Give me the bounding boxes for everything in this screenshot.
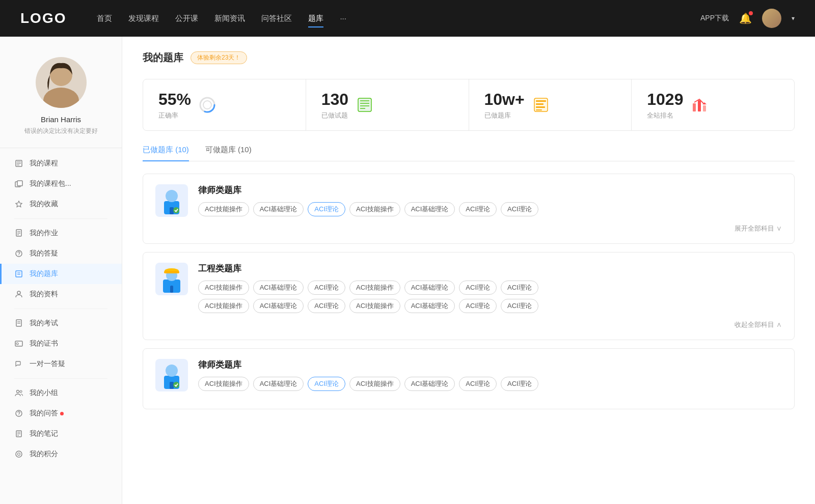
tag-aci-theory-2[interactable]: ACI理论 [459,202,497,216]
sidebar-item-questions[interactable]: 我的问答 [0,403,122,424]
svg-rect-48 [536,109,542,110]
tag-eng-skill-3[interactable]: ACI技能操作 [198,299,249,313]
nav-item-discover[interactable]: 发现课程 [128,12,159,25]
app-download-button[interactable]: APP下载 [700,14,729,23]
stat-done-banks: 10w+ 已做题库 [469,79,632,130]
done-banks-icon [532,96,550,114]
nav-item-more[interactable]: ··· [340,12,346,25]
tag-eng-basic-4[interactable]: ACI基础理论 [404,299,455,313]
tag-eng-basic-1[interactable]: ACI基础理论 [253,281,304,295]
sidebar-item-courses[interactable]: 我的课程 [0,153,122,174]
nav-item-news[interactable]: 新闻资讯 [214,12,245,25]
sidebar-item-1on1qa[interactable]: 一对一答疑 [0,354,122,374]
tag-law2-skill-2[interactable]: ACI技能操作 [349,377,400,391]
qbank-title-lawyer-2: 律师类题库 [198,359,782,371]
tag-law2-theory-3[interactable]: ACI理论 [501,377,538,391]
points-icon [14,450,23,459]
tag-eng-theory-6[interactable]: ACI理论 [501,299,538,313]
trial-badge: 体验剩余23天！ [191,51,247,64]
qbank-section-lawyer-1: 律师类题库 ACI技能操作 ACI基础理论 ACI理论 ACI技能操作 ACI基… [143,174,795,244]
sidebar-item-certificates[interactable]: 我的证书 [0,333,122,354]
nav-right: APP下载 🔔 ▾ [700,9,795,28]
notification-bell[interactable]: 🔔 [739,12,752,24]
sidebar-item-favorites[interactable]: 我的收藏 [0,194,122,214]
tag-eng-basic-2[interactable]: ACI基础理论 [404,281,455,295]
stat-done-banks-label: 已做题库 [484,111,525,120]
sidebar-item-course-packages[interactable]: 我的课程包... [0,174,122,194]
tag-law2-basic-2[interactable]: ACI基础理论 [404,377,455,391]
sidebar-item-exams[interactable]: 我的考试 [0,313,122,333]
lawyer-icon-wrap-2 [155,359,188,391]
tag-aci-theory-1[interactable]: ACI理论 [308,202,345,216]
svg-point-56 [173,207,179,213]
tag-eng-theory-4[interactable]: ACI理论 [308,299,345,313]
page-title: 我的题库 [143,51,183,65]
exams-icon [14,319,23,328]
tag-eng-theory-5[interactable]: ACI理论 [459,299,497,313]
svg-rect-50 [698,100,701,111]
logo[interactable]: LOGO [20,10,66,26]
lawyer-svg-1 [159,187,184,214]
expand-button-lawyer-1[interactable]: 展开全部科目 ∨ [155,224,782,233]
tag-eng-theory-3[interactable]: ACI理论 [501,281,538,295]
svg-rect-45 [536,100,546,102]
sidebar-label-homework: 我的作业 [30,229,58,238]
svg-rect-64 [170,382,174,389]
tag-eng-theory-1[interactable]: ACI理论 [308,281,345,295]
tag-eng-skill-4[interactable]: ACI技能操作 [349,299,400,313]
sidebar-item-profile[interactable]: 我的资料 [0,284,122,304]
svg-rect-55 [170,207,174,214]
tag-aci-theory-3[interactable]: ACI理论 [501,202,538,216]
svg-rect-49 [693,103,696,111]
avatar[interactable] [762,9,781,28]
svg-point-36 [203,101,211,109]
tag-aci-basic-2[interactable]: ACI基础理论 [404,202,455,216]
collapse-button-engineer[interactable]: 收起全部科目 ∧ [155,320,782,329]
sidebar-item-points[interactable]: 我的积分 [0,444,122,464]
svg-rect-37 [358,98,371,111]
avatar-image [762,9,781,28]
sidebar-item-qa[interactable]: 我的答疑 [0,243,122,264]
tag-aci-skill-1[interactable]: ACI技能操作 [198,202,249,216]
tab-available-banks[interactable]: 可做题库 (10) [205,145,252,161]
sidebar-label-qbank: 我的题库 [30,269,58,278]
sidebar-label-qa: 我的答疑 [30,249,58,258]
tag-eng-skill-2[interactable]: ACI技能操作 [349,281,400,295]
avatar-svg [36,57,87,108]
tag-law2-skill-1[interactable]: ACI技能操作 [198,377,249,391]
tag-eng-theory-2[interactable]: ACI理论 [459,281,497,295]
nav-item-home[interactable]: 首页 [97,12,112,25]
sidebar-item-notes[interactable]: 我的笔记 [0,424,122,444]
tag-law2-theory-1[interactable]: ACI理论 [308,377,345,391]
sidebar-item-homework[interactable]: 我的作业 [0,223,122,243]
lawyer-icon-wrap-1 [155,184,188,217]
sidebar-item-qbank[interactable]: 我的题库 [0,264,122,284]
sidebar: Brian Harris 错误的决定比没有决定要好 我的课程 我的课程包... [0,37,122,504]
nav-item-open[interactable]: 公开课 [175,12,198,25]
nav-item-qa[interactable]: 问答社区 [261,12,292,25]
sidebar-label-exams: 我的考试 [30,319,58,328]
sidebar-item-groups[interactable]: 我的小组 [0,383,122,403]
sidebar-avatar [36,57,87,108]
svg-rect-7 [17,181,22,186]
tag-aci-basic-1[interactable]: ACI基础理论 [253,202,304,216]
svg-point-26 [16,410,22,416]
tab-done-banks[interactable]: 已做题库 (10) [143,145,189,161]
qbank-header-engineer: 工程类题库 ACI技能操作 ACI基础理论 ACI理论 ACI技能操作 ACI基… [155,263,782,313]
sidebar-label-course-packages: 我的课程包... [30,179,71,188]
sidebar-label-certificates: 我的证书 [30,339,58,348]
sidebar-label-notes: 我的笔记 [30,429,58,438]
sidebar-label-1on1qa: 一对一答疑 [30,359,65,369]
nav-item-bank[interactable]: 题库 [308,12,323,25]
qbank-tags-lawyer-1: ACI技能操作 ACI基础理论 ACI理论 ACI技能操作 ACI基础理论 AC… [198,202,782,216]
tag-law2-theory-2[interactable]: ACI理论 [459,377,497,391]
rank-icon [690,96,709,114]
tag-aci-skill-2[interactable]: ACI技能操作 [349,202,400,216]
account-dropdown-arrow[interactable]: ▾ [792,15,795,22]
stat-done-questions-value: 130 [321,90,348,109]
stat-done-questions-label: 已做试题 [321,111,348,120]
tag-eng-basic-3[interactable]: ACI基础理论 [253,299,304,313]
tag-eng-skill-1[interactable]: ACI技能操作 [198,281,249,295]
sidebar-label-profile: 我的资料 [30,290,58,299]
tag-law2-basic-1[interactable]: ACI基础理论 [253,377,304,391]
